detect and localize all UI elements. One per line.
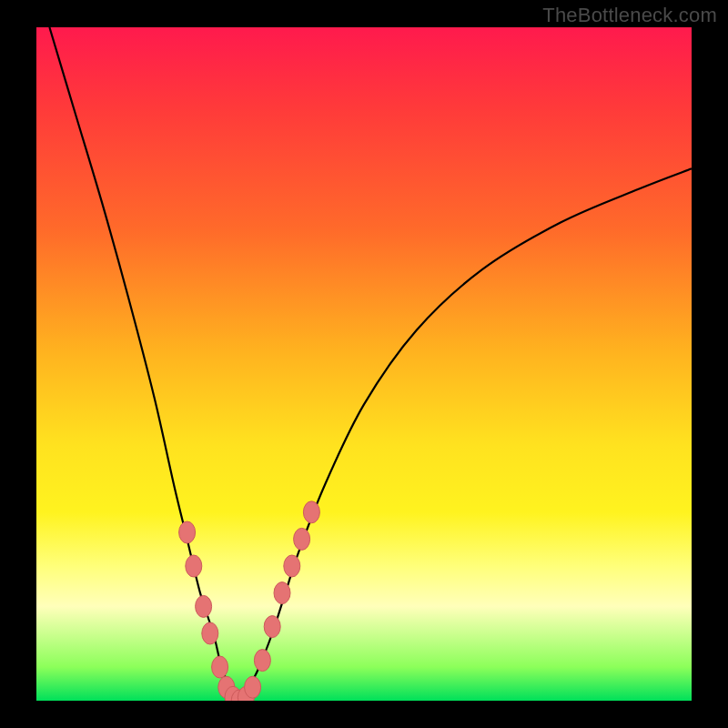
chart-frame: TheBottleneck.com bbox=[0, 0, 728, 728]
curve-marker bbox=[212, 656, 228, 678]
curve-marker bbox=[186, 555, 202, 577]
curve-marker bbox=[196, 595, 212, 617]
curve-marker bbox=[294, 528, 310, 550]
curve-marker bbox=[245, 676, 261, 698]
curve-markers bbox=[179, 501, 320, 701]
curve-marker bbox=[264, 616, 280, 638]
curve-marker bbox=[274, 582, 290, 604]
curve-marker bbox=[179, 521, 196, 543]
curve-marker bbox=[303, 501, 319, 523]
curve-marker bbox=[202, 622, 218, 644]
bottleneck-curve bbox=[49, 27, 692, 701]
watermark-text: TheBottleneck.com bbox=[542, 4, 717, 27]
curve-layer bbox=[36, 27, 692, 701]
plot-area bbox=[36, 27, 692, 701]
curve-marker bbox=[284, 555, 300, 577]
curve-marker bbox=[254, 650, 270, 672]
